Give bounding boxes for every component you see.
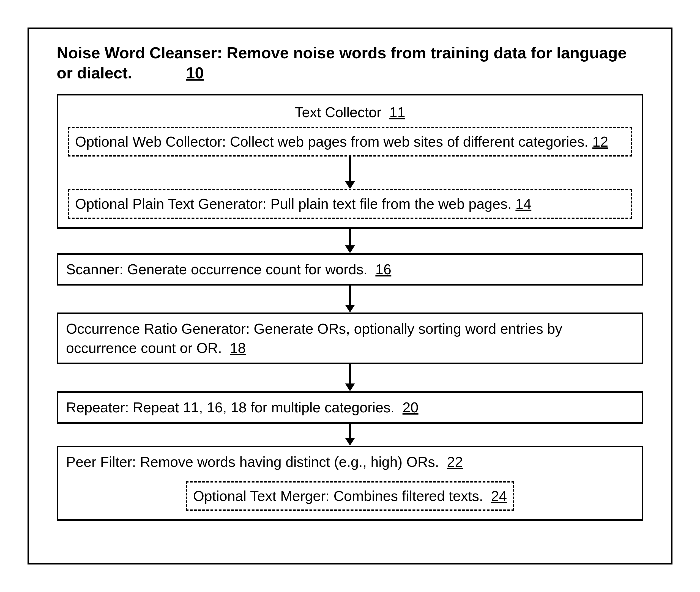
arrow-tc-internal [345,156,355,189]
peer-filter-box: Peer Filter: Remove words having distinc… [57,446,643,521]
peer-filter-ref: 22 [447,454,463,470]
web-collector-ref: 12 [593,134,608,150]
arrow-to-peer-filter [345,424,355,446]
plain-text-generator-ref: 14 [515,196,531,212]
plain-text-generator-box: Optional Plain Text Generator: Pull plai… [68,189,632,219]
outer-frame: Noise Word Cleanser: Remove noise words … [28,28,672,564]
plain-text-generator-text: Optional Plain Text Generator: Pull plai… [75,196,512,212]
or-generator-box: Occurrence Ratio Generator: Generate ORs… [57,312,643,364]
text-merger-box: Optional Text Merger: Combines filtered … [186,481,515,511]
repeater-text: Repeater: Repeat 11, 16, 18 for multiple… [66,399,394,415]
scanner-ref: 16 [375,261,391,277]
flow-stack: Text Collector 11 Optional Web Collector… [57,94,643,521]
title-bold-prefix: Noise Word Cleanser: [57,44,222,62]
scanner-box: Scanner: Generate occurrence count for w… [57,253,643,286]
arrow-to-or-generator [345,286,355,312]
text-collector-ref: 11 [389,104,405,120]
web-collector-box: Optional Web Collector: Collect web page… [68,127,632,156]
repeater-box: Repeater: Repeat 11, 16, 18 for multiple… [57,391,643,424]
text-collector-inner: Optional Web Collector: Collect web page… [68,127,632,219]
arrow-to-scanner [345,229,355,253]
arrow-to-repeater [345,364,355,391]
text-collector-box: Text Collector 11 Optional Web Collector… [57,94,643,229]
text-merger-text: Optional Text Merger: Combines filtered … [193,488,483,504]
canvas: Noise Word Cleanser: Remove noise words … [0,0,700,592]
or-generator-text: Occurrence Ratio Generator: Generate ORs… [66,321,562,356]
scanner-text: Scanner: Generate occurrence count for w… [66,261,367,277]
text-collector-label: Text Collector [295,104,381,120]
title-ref: 10 [186,63,204,83]
text-merger-ref: 24 [491,488,507,504]
or-generator-ref: 18 [230,340,246,356]
diagram-title: Noise Word Cleanser: Remove noise words … [57,43,643,83]
repeater-ref: 20 [403,399,419,415]
web-collector-text: Optional Web Collector: Collect web page… [75,134,588,150]
peer-filter-text: Peer Filter: Remove words having distinc… [66,454,439,470]
text-collector-header: Text Collector 11 [68,103,632,122]
